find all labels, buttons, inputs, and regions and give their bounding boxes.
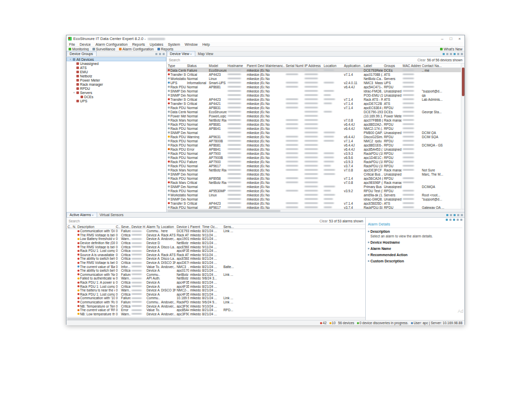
alarm-row[interactable]: The ability to switch betwe...0CriticalD… xyxy=(66,257,365,261)
column-header-groups[interactable]: Groups xyxy=(383,64,402,68)
device-row[interactable]: Transfer SwiCriticalAP4423mikedce (Ec...… xyxy=(167,97,464,101)
menu-item-help[interactable]: Help xyxy=(202,43,209,46)
alarm-row[interactable]: The RMS Voltage is below ...0CriticalDev… xyxy=(66,245,365,249)
tree-item-all-devices[interactable]: ▾All Devices xyxy=(66,57,166,61)
export-icon[interactable] xyxy=(454,214,456,216)
column-header-ip-address[interactable]: IP Address xyxy=(303,64,323,68)
alarm-row[interactable]: Communication with 'NetB...0FailureCommu… xyxy=(66,273,365,277)
device-row[interactable]: SNMP DevicNormalmikedce (Ec...Noidrac-FM… xyxy=(167,89,464,93)
device-row[interactable]: Rack PDUNormalAP8958mikedce (Ec...Nov7.1… xyxy=(167,176,464,180)
alarm-row[interactable]: The current value of 'RPDU...0ErrorValue… xyxy=(66,308,365,312)
alarm-row[interactable]: The RMS Voltage is below ...0CriticalDev… xyxy=(66,233,365,237)
tree-item-unassigned[interactable]: Unassigned xyxy=(66,61,166,65)
alarm-row[interactable]: Failed to authenticate with...0Warn...AP… xyxy=(66,276,365,281)
tab-device-view[interactable]: Device View ▾ xyxy=(167,51,195,56)
column-header-mac-address[interactable]: MAC Address xyxy=(402,64,421,68)
column-header-parent-d[interactable]: Parent D... xyxy=(189,225,201,229)
tab-active-alarms[interactable]: Active Alarms ▾ xyxy=(66,212,97,217)
device-row[interactable]: Data CenterFailureEcoStruxure ...mikedce… xyxy=(167,68,464,72)
minimize-button[interactable]: – xyxy=(441,35,443,42)
minimize-view-icon[interactable] xyxy=(461,53,463,55)
tree-item-rpdu[interactable]: RPDU xyxy=(66,86,166,90)
menu-item-alarm-configuration[interactable]: Alarm Configuration xyxy=(96,43,128,46)
tree-item-ats[interactable]: ATS xyxy=(66,65,166,70)
column-header-label[interactable]: Label xyxy=(363,64,383,68)
device-row[interactable]: WorkstationNormalLinuxmikedce (Ec...Noam… xyxy=(167,193,464,197)
device-vscrollbar[interactable] xyxy=(461,63,464,209)
device-row[interactable]: SNMP DevicNormalmikedce (Ec...NoCritical… xyxy=(167,172,464,176)
device-hscroll-thumb[interactable] xyxy=(167,210,281,212)
alarm-row[interactable]: Device definition file (DDF)...0Critical… xyxy=(66,241,365,245)
tree-item-servers[interactable]: ▾Servers xyxy=(66,90,166,95)
column-header-serial-number[interactable]: Serial Number xyxy=(285,64,303,68)
tree-item-ups[interactable]: UPS xyxy=(66,99,166,103)
device-row[interactable]: Data CenterNormalEcoStruxure ...mikedce … xyxy=(167,110,464,114)
device-row[interactable]: Rack PDUNormalAP8681mikedce (Ec...Nov6.4… xyxy=(167,85,464,89)
tree-item-power-meter[interactable]: Power Meter xyxy=(66,78,166,82)
column-header-maintenanc[interactable]: Maintenanc... xyxy=(264,64,285,68)
tree-item-rack-manager[interactable]: Rack manager xyxy=(66,82,166,86)
perspective-tab-reports[interactable]: Reports xyxy=(157,47,174,51)
column-header-seve[interactable]: Seve... xyxy=(120,225,130,229)
column-header-model[interactable]: Model xyxy=(208,64,227,68)
device-row[interactable]: Transfer SwiCriticalAP4423mikedce (Ec...… xyxy=(167,201,464,205)
whats-new-link[interactable]: What's New xyxy=(440,47,462,51)
column-header-alarm-ty[interactable]: Alarm Ty... xyxy=(145,225,160,229)
alarm-clear-link[interactable]: Clear xyxy=(320,219,328,223)
new-group-icon[interactable] xyxy=(155,53,157,55)
menu-item-file[interactable]: File xyxy=(69,43,75,46)
device-row[interactable]: SNMP DevicNormalmikedce (Ec...Noidrac-GM… xyxy=(167,197,464,201)
help-icon[interactable] xyxy=(453,219,455,221)
device-row[interactable]: SNMP DevicNormalmikedce (Ec...NoPM800 QA… xyxy=(167,130,464,135)
perspective-tab-monitoring[interactable]: Monitoring xyxy=(69,47,89,51)
menu-item-updates[interactable]: Updates xyxy=(150,43,163,46)
device-row[interactable]: Rack PDUErrorAP8841mikedce (Ec...Nov6.4.… xyxy=(167,147,464,151)
alarm-row[interactable]: The battery is near the end...0Warn...De… xyxy=(66,288,365,292)
device-row[interactable]: Rack PDUNormalAP7900mikedce (Ec...Nov3.9… xyxy=(167,151,464,155)
view-menu-icon[interactable] xyxy=(457,214,459,216)
menu-item-device[interactable]: Device xyxy=(79,43,90,46)
device-row[interactable]: Rack PDUWarningAP9631mikedce (Ec...Nov6.… xyxy=(167,135,464,139)
device-row[interactable]: SNMP DevicNormalmikedce (Ec...NoPOD-EMU … xyxy=(167,93,464,97)
minimize-view-icon[interactable] xyxy=(163,53,165,55)
device-row[interactable]: Rack ManagCriticalNetBotz Rac...mikedce … xyxy=(167,180,464,184)
alarm-row[interactable]: Rack PDU 1: A power supp...0CriticalDevi… xyxy=(66,281,365,285)
minimize-view-icon[interactable] xyxy=(460,219,462,221)
device-clear-link[interactable]: Clear xyxy=(418,58,426,62)
view-menu-icon[interactable] xyxy=(159,53,161,55)
column-header-type[interactable]: Type xyxy=(167,64,186,68)
alarm-row[interactable]: Rack PDU 1: Lost compon...0CriticalDevic… xyxy=(66,284,365,288)
column-header-time-oc[interactable]: Time Oc... xyxy=(201,225,222,229)
column-header-device-l[interactable]: Device L... xyxy=(176,225,189,229)
tab-map-view[interactable]: Map View xyxy=(195,51,217,56)
column-header-n[interactable]: N... xyxy=(72,225,76,229)
alarm-row[interactable]: The current value of 'Batte...0Infor...V… xyxy=(66,264,365,269)
alarm-hscroll-thumb[interactable] xyxy=(67,318,181,320)
perspective-tab-alarm-configuration[interactable]: Alarm Configuration xyxy=(119,47,154,51)
refresh-icon[interactable] xyxy=(443,53,445,55)
column-header-c[interactable]: C... xyxy=(66,225,72,229)
device-row[interactable]: Rack PDUNormalAP9617mikedce (Ec...Nov3.7… xyxy=(167,205,464,209)
alarm-row[interactable]: The RMS Voltage is below ...0CriticalDev… xyxy=(66,261,365,265)
device-row[interactable]: Rack PDUNormalAP8831mikedce (Ec...Nov7.1… xyxy=(167,105,464,110)
view-menu-icon[interactable] xyxy=(457,219,459,221)
column-header-status[interactable]: Status xyxy=(186,64,208,68)
maximize-button[interactable]: □ xyxy=(449,35,452,42)
column-header-location[interactable]: Location xyxy=(323,64,343,68)
device-row[interactable]: Rack ManagNormalNetBotz Rac...mikedce (E… xyxy=(167,168,464,172)
alarm-row[interactable]: Rack PDU 1: Lost compon...0CriticalDevic… xyxy=(66,292,365,297)
device-row[interactable]: Rack PDUNormalAP8681mikedce (Ec...Nov6.4… xyxy=(167,122,464,126)
device-row[interactable]: Rack PDUNormalAP9530MPmikedce (Ec...Nov3… xyxy=(167,189,464,193)
device-row[interactable]: Rack PDUNormalAP8681mikedce (Ec...Nov6.4… xyxy=(167,143,464,147)
alarm-search-input[interactable]: Search xyxy=(69,219,80,223)
tree-item-netbotz[interactable]: Netbotz xyxy=(66,74,166,78)
device-row[interactable]: Rack PDUNormalAP7800Bmikedce (Ec...Nov7.… xyxy=(167,139,464,143)
pin-icon[interactable] xyxy=(449,219,451,221)
refresh-icon[interactable] xyxy=(446,214,448,216)
close-button[interactable]: × xyxy=(458,35,461,42)
column-header-device-h[interactable]: Device H... xyxy=(130,225,145,229)
alarm-row[interactable]: NB: Low temperature thres...0Warn...Devi… xyxy=(66,312,365,316)
columns-icon[interactable] xyxy=(450,53,452,55)
alarm-row[interactable]: The ability to switch betwe...0CriticalD… xyxy=(66,269,365,273)
device-vscroll-thumb[interactable] xyxy=(462,68,464,96)
